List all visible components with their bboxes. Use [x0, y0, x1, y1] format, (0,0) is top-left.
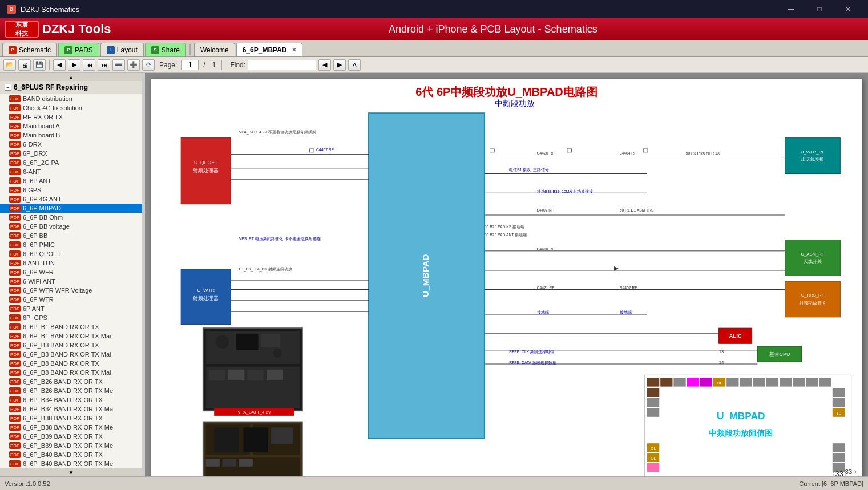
pdf-badge-33: PDF: [9, 396, 21, 403]
sidebar-item-13[interactable]: PDF6_6P BB Ohm: [0, 213, 142, 222]
sidebar-item-35[interactable]: PDF6_6P_B38 BAND RX OR TX: [0, 414, 142, 423]
minimize-button[interactable]: —: [778, 0, 804, 18]
sidebar-item-15[interactable]: PDF6_6P BB: [0, 231, 142, 240]
sidebar-item-1[interactable]: PDFCheck 4G fix solution: [0, 103, 142, 112]
sidebar-item-label-31: 6_6P_B26 BAND RX OR TX: [23, 378, 103, 385]
nav-save-button[interactable]: 💾: [33, 59, 46, 71]
tab-close-icon[interactable]: ✕: [292, 47, 296, 53]
sidebar-item-36[interactable]: PDF6_6P_B38 BAND RX OR TX Me: [0, 423, 142, 432]
svg-rect-103: [819, 378, 831, 386]
sidebar-item-37[interactable]: PDF6_6P_B39 BAND RX OR TX: [0, 432, 142, 441]
nav-zoom-in-button[interactable]: ➕: [127, 59, 140, 71]
sidebar-item-14[interactable]: PDF6_6P BB voltage: [0, 222, 142, 231]
tab-welcome[interactable]: Welcome: [194, 43, 235, 56]
svg-rect-105: [833, 388, 845, 397]
sidebar-scroll-up[interactable]: ▲: [0, 73, 142, 81]
sidebar-item-27[interactable]: PDF6_6P_B3 BAND RX OR TX: [0, 341, 142, 350]
sidebar-item-label-3: Main board A: [23, 123, 60, 129]
sidebar-item-40[interactable]: PDF6_6P_B40 BAND RX OR TX Me: [0, 459, 142, 468]
find-next-button[interactable]: ▶: [333, 59, 346, 71]
sidebar-item-25[interactable]: PDF6_6P_B1 BAND RX OR TX: [0, 322, 142, 331]
logo-cn-line2: 科技: [15, 29, 28, 38]
sidebar-item-22[interactable]: PDF6_6P WTR: [0, 295, 142, 304]
sidebar-item-11[interactable]: PDF6_6P 4G ANT: [0, 195, 142, 204]
nav-print-button[interactable]: 🖨: [18, 59, 31, 71]
sidebar-root[interactable]: − 6_6PLUS RF Repairing: [0, 81, 142, 94]
maximize-button[interactable]: □: [806, 0, 833, 18]
svg-text:U_HRS_RF: U_HRS_RF: [801, 293, 825, 298]
sidebar-item-label-21: 6_6P WTR WFR Voltage: [23, 287, 92, 294]
sidebar-item-24[interactable]: PDF6P_GPS: [0, 313, 142, 322]
svg-rect-71: [228, 370, 244, 380]
sidebar-item-label-38: 6_6P_B39 BAND RX OR TX Me: [23, 442, 113, 449]
svg-text:C4407 RF: C4407 RF: [316, 148, 334, 152]
sidebar-item-23[interactable]: PDF6P ANT: [0, 304, 142, 313]
sidebar-item-label-7: 6_6P_2G PA: [23, 159, 59, 166]
sidebar-item-20[interactable]: PDF6 WIFI ANT: [0, 277, 142, 286]
sidebar-item-17[interactable]: PDF6_6P QPOET: [0, 249, 142, 258]
svg-rect-108: [647, 408, 659, 416]
sidebar-item-21[interactable]: PDF6_6P WTR WFR Voltage: [0, 286, 142, 295]
sidebar-item-16[interactable]: PDF6_6P PMIC: [0, 240, 142, 249]
sidebar-item-7[interactable]: PDF6_6P_2G PA: [0, 158, 142, 167]
pdf-badge-17: PDF: [9, 250, 21, 257]
tab-share[interactable]: S Share: [145, 43, 186, 56]
close-button[interactable]: ✕: [835, 0, 861, 18]
nav-prev-page-button[interactable]: ◀: [53, 59, 66, 71]
sidebar-item-4[interactable]: PDFMain board B: [0, 131, 142, 140]
nav-last-button[interactable]: ⏭: [98, 59, 110, 71]
tab-schematic[interactable]: P Schematic: [2, 43, 57, 56]
find-prev-button[interactable]: ◀: [318, 59, 331, 71]
tree-toggle-root[interactable]: −: [5, 84, 11, 91]
tab-pads[interactable]: P PADS: [58, 43, 99, 56]
svg-text:OL: OL: [651, 447, 656, 451]
tab-layout[interactable]: L Layout: [100, 43, 144, 56]
pdf-icon: P: [9, 46, 17, 54]
sidebar-item-6[interactable]: PDF6P_DRX: [0, 149, 142, 158]
nav-zoom-out-button[interactable]: ➖: [112, 59, 125, 71]
nav-rotate-button[interactable]: ⟳: [142, 59, 155, 71]
sidebar-item-9[interactable]: PDF6_6P ANT: [0, 176, 142, 185]
sidebar-item-0[interactable]: PDFBAND distribution: [0, 94, 142, 103]
sidebar-item-8[interactable]: PDF6-ANT: [0, 167, 142, 176]
nav-first-button[interactable]: ⏮: [83, 59, 95, 71]
sidebar-item-3[interactable]: PDFMain board A: [0, 122, 142, 131]
sidebar-item-2[interactable]: PDFRF-RX OR TX: [0, 112, 142, 122]
sidebar-item-31[interactable]: PDF6_6P_B26 BAND RX OR TX: [0, 377, 142, 386]
svg-text:基带CPU: 基带CPU: [769, 351, 790, 357]
sidebar-item-12[interactable]: PDF6_6P MBPAD: [0, 204, 142, 213]
svg-text:VPS_RT 电压频闭路变化: 卡不走全包换射选连: VPS_RT 电压频闭路变化: 卡不走全包换射选连: [239, 237, 321, 241]
pdf-badge-4: PDF: [9, 132, 21, 139]
nav-open-button[interactable]: 📂: [3, 59, 16, 71]
tab-6p-mbpad[interactable]: 6_6P_MBPAD ✕: [236, 43, 302, 56]
page-number-input[interactable]: [181, 60, 199, 70]
sidebar-item-33[interactable]: PDF6_6P_B34 BAND RX OR TX: [0, 395, 142, 404]
svg-text:射频处理器: 射频处理器: [193, 295, 219, 301]
nav-play-button[interactable]: ▶: [68, 59, 80, 71]
sidebar-item-30[interactable]: PDF6_6P_B8 BAND RX OR TX Mai: [0, 368, 142, 377]
sidebar-item-5[interactable]: PDF6-DRX: [0, 140, 142, 149]
pdf-badge-13: PDF: [9, 214, 21, 221]
find-options-button[interactable]: A: [348, 59, 361, 71]
sidebar-item-18[interactable]: PDF6 ANT TUN: [0, 258, 142, 268]
sidebar-item-28[interactable]: PDF6_6P_B3 BAND RX OR TX Mai: [0, 350, 142, 359]
sidebar-item-32[interactable]: PDF6_6P_B26 BAND RX OR TX Me: [0, 386, 142, 395]
svg-text:50 R1 D1 ASM TRS: 50 R1 D1 ASM TRS: [620, 208, 654, 212]
pdf-badge-35: PDF: [9, 415, 21, 422]
pdf-badge-24: PDF: [9, 314, 21, 321]
content-area[interactable]: 6代 6P中频段功放U_MBPAD电路图 中频段功放 U_MBPAD U_QPO…: [145, 73, 868, 476]
window-controls: — □ ✕: [778, 0, 861, 18]
sidebar-item-label-12: 6_6P MBPAD: [23, 205, 61, 212]
sidebar-item-10[interactable]: PDF6 GPS: [0, 185, 142, 195]
svg-rect-2: [181, 138, 231, 204]
sidebar-item-label-17: 6_6P QPOET: [23, 250, 61, 257]
sidebar-item-29[interactable]: PDF6_6P_B8 BAND RX OR TX: [0, 359, 142, 368]
sidebar-item-26[interactable]: PDF6_6P_B1 BAND RX OR TX Mai: [0, 331, 142, 341]
sidebar-scroll-down[interactable]: ▼: [0, 468, 142, 476]
sidebar-item-19[interactable]: PDF6_6P WFR: [0, 268, 142, 277]
sidebar-item-38[interactable]: PDF6_6P_B39 BAND RX OR TX Me: [0, 441, 142, 450]
sidebar-item-34[interactable]: PDF6_6P_B34 BAND RX OR TX Ma: [0, 404, 142, 414]
find-input[interactable]: [248, 60, 316, 70]
sidebar-item-39[interactable]: PDF6_6P_B40 BAND RX OR TX: [0, 450, 142, 459]
sidebar-item-label-2: RF-RX OR TX: [23, 114, 63, 120]
